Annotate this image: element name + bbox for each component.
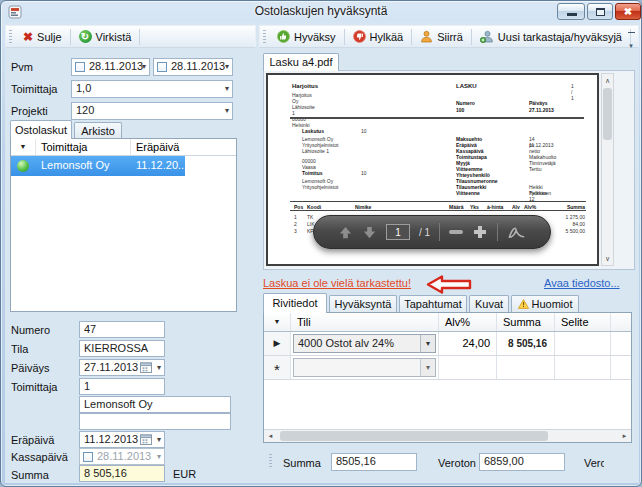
tab-tapahtumat[interactable]: Tapahtumat [399, 295, 467, 313]
tab-huomiot[interactable]: Huomiot [511, 295, 579, 313]
grid-col-tili[interactable]: Tili [291, 313, 439, 331]
transfer-button[interactable]: Siirrä [414, 27, 469, 47]
toolbar-overflow-button[interactable]: ▾ [626, 32, 636, 52]
list-cell-toimittaja: Lemonsoft Oy [41, 159, 109, 171]
scroll-up-icon[interactable]: ∧ [602, 74, 613, 87]
pdf-scrollbar[interactable]: ∧ ∨ [601, 73, 614, 266]
minimize-button[interactable] [557, 3, 585, 20]
invoice-billing-code: 10 [361, 128, 367, 134]
invoice-meta-label: Viitteenne [456, 190, 480, 196]
page-number-input[interactable]: 1 [386, 224, 410, 240]
supplier-filter-combo[interactable]: 1,0 ▾ [71, 80, 233, 98]
new-reviewer-label: Uusi tarkastaja/hyväksyjä [498, 31, 622, 43]
close-button[interactable]: ✖ [615, 3, 641, 20]
grid-col-summa[interactable]: Summa [497, 313, 555, 331]
grid-hscrollbar[interactable]: ◄ ► [264, 429, 631, 442]
scrollbar-thumb[interactable] [603, 88, 612, 140]
date-to-checkbox[interactable] [157, 62, 167, 72]
window-title: Ostolaskujen hyväksyntä [1, 4, 641, 18]
tili-cell-empty[interactable]: ▾ [291, 356, 439, 379]
not-reviewed-link[interactable]: Laskua ei ole vielä tarkastettu! [263, 277, 411, 289]
chevron-down-icon[interactable]: ▾ [420, 359, 435, 376]
app-window: Ostolaskujen hyväksyntä ✖ ✖ Sulje ↻ Virk… [0, 0, 642, 487]
separator [70, 29, 71, 45]
zoom-in-icon[interactable] [472, 224, 488, 240]
filter-icon[interactable]: ▼ [11, 139, 36, 155]
list-row-selected[interactable]: Lemonsoft Oy 11.12.20... [11, 156, 185, 176]
invoice-delivery-address: Lemonsoft Oy Yritysohjelmistot [302, 178, 338, 190]
status-green-icon [17, 160, 29, 172]
title-bar[interactable]: Ostolaskujen hyväksyntä ✖ [1, 1, 641, 23]
grid-row-new[interactable]: * ▾ [264, 356, 631, 380]
grid-col-alv[interactable]: Alv% [439, 313, 497, 331]
tab-rivitiedot[interactable]: Rivitiedot [263, 293, 327, 313]
chevron-down-icon: ▾ [157, 436, 161, 444]
calendar-icon [140, 362, 152, 373]
tili-combo-empty[interactable]: ▾ [293, 358, 436, 377]
date-from-combo[interactable]: 28.11.2013 ▾ [71, 58, 150, 76]
reject-button[interactable]: Hylkää [347, 27, 410, 47]
toimittaja-field[interactable]: 1 [79, 378, 165, 395]
right-toolbar: Hyväksy Hylkää Siirrä U [259, 25, 639, 48]
close-window-button[interactable]: ✖ Sulje [17, 27, 68, 47]
totals-strip: Summa 8505,16 Veroton 6859,00 Vero [263, 449, 639, 475]
invoice-col: Määrä [449, 204, 463, 210]
scroll-left-icon[interactable]: ◄ [264, 430, 277, 442]
tila-field[interactable]: KIERROSSA [79, 340, 165, 357]
erapaiva-datepicker[interactable]: 11.12.2013 ▾ [79, 431, 165, 448]
open-file-link[interactable]: Avaa tiedosto... [544, 277, 620, 289]
grid-col-selite[interactable]: Selite [555, 313, 611, 331]
summa-field[interactable]: 8 505,16 [79, 465, 165, 482]
summa-cell-empty[interactable] [497, 356, 555, 379]
date-from-checkbox[interactable] [75, 62, 85, 72]
list-col-erapaiva[interactable]: Eräpäivä [132, 139, 202, 155]
refresh-button[interactable]: ↻ Virkistä [73, 27, 138, 47]
grid-header-row: ▼ Tili Alv% Summa Selite [264, 313, 631, 332]
tili-cell[interactable]: 4000 Ostot alv 24% ▾ [291, 332, 439, 355]
acrobat-logo-icon[interactable] [507, 224, 526, 240]
page-up-icon[interactable] [338, 225, 353, 240]
invoice-item-summa: 1 275,00 [549, 214, 585, 220]
tab-arkisto[interactable]: Arkisto [74, 122, 122, 139]
toolbar-grip[interactable] [263, 30, 266, 44]
alv-cell[interactable]: 24,00 [439, 332, 497, 355]
invoice-numero: 100 [456, 107, 464, 113]
selite-cell-empty[interactable] [555, 356, 611, 379]
list-col-toimittaja[interactable]: Toimittaja [36, 139, 131, 155]
numero-field[interactable]: 47 [79, 321, 165, 338]
toimittaja-name-field[interactable]: Lemonsoft Oy [79, 396, 231, 413]
invoice-item-summa: 5 500,00 [549, 228, 585, 234]
paivays-datepicker[interactable]: 27.11.2013 ▾ [79, 359, 165, 376]
page-down-icon[interactable] [362, 225, 377, 240]
erapaiva-value: 11.12.2013 [84, 433, 138, 445]
alv-cell-empty[interactable] [439, 356, 497, 379]
kassapaiva-checkbox[interactable] [83, 452, 93, 462]
separator [497, 223, 498, 241]
tili-combo[interactable]: 4000 Ostot alv 24% ▾ [293, 334, 436, 353]
toimittaja-extra-field[interactable] [79, 413, 231, 430]
chevron-down-icon[interactable]: ▾ [420, 335, 435, 352]
grid-row-1[interactable]: ▶ 4000 Ostot alv 24% ▾ 24,00 8 505,16 [264, 332, 631, 356]
tab-ostolaskut[interactable]: Ostolaskut [10, 120, 72, 139]
summa-cell[interactable]: 8 505,16 [497, 332, 555, 355]
tab-pdf-document[interactable]: Lasku a4.pdf [263, 53, 339, 71]
approve-button[interactable]: Hyväksy [271, 27, 342, 47]
toolbar-grip[interactable] [9, 30, 12, 44]
tab-kuvat[interactable]: Kuvat [469, 295, 509, 313]
scroll-down-icon[interactable]: ∨ [602, 252, 613, 265]
new-reviewer-button[interactable]: Uusi tarkastaja/hyväksyjä [474, 27, 628, 47]
grid-filter-icon[interactable]: ▼ [264, 313, 291, 331]
date-to-combo[interactable]: 28.11.2013 ▾ [153, 58, 233, 76]
hscrollbar-thumb[interactable] [280, 431, 548, 441]
totals-summa-field[interactable]: 8505,16 [331, 453, 417, 471]
kassapaiva-combo[interactable]: 28.11.2013 ▾ [79, 448, 165, 465]
selite-cell[interactable] [555, 332, 611, 355]
project-filter-combo[interactable]: 120 ▾ [71, 102, 233, 120]
tab-hyvaksynta[interactable]: Hyväksyntä [329, 295, 397, 313]
scroll-right-icon[interactable]: ► [618, 430, 631, 442]
totals-veroton-field[interactable]: 6859,00 [479, 453, 565, 471]
zoom-out-icon[interactable] [449, 230, 463, 234]
left-toolbar: ✖ Sulje ↻ Virkistä [5, 25, 256, 48]
totals-grip[interactable] [269, 454, 272, 468]
maximize-button[interactable] [587, 3, 613, 20]
